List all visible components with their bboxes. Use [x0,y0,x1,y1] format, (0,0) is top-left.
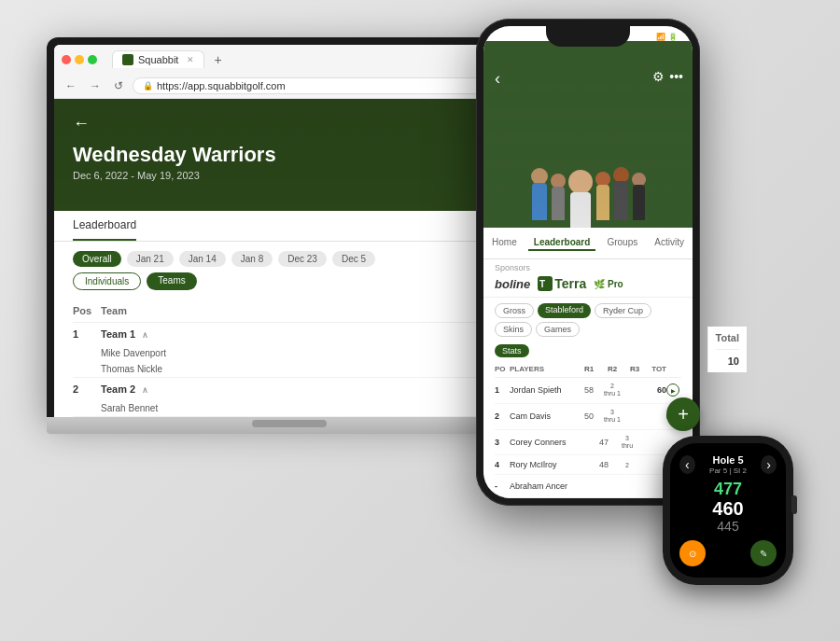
nav-activity[interactable]: Activity [649,235,690,251]
leaderboard-tab[interactable]: Leaderboard [73,211,136,241]
lock-icon: 🔒 [143,81,153,91]
filter-overall[interactable]: Overall [73,251,121,267]
r1-cam: 50 [579,411,599,421]
watch-next-button[interactable]: › [761,455,777,474]
team-row-1[interactable]: 1 Team 1 ∧ [73,323,506,345]
measure-icon: ⊙ [689,549,696,559]
app-title: Wednesday Warriors [73,143,506,167]
nav-groups[interactable]: Groups [601,235,643,251]
watch-hole-label: Hole 5 Par 5 | SI 2 [709,454,747,475]
phone-outer: 11:51 📶 🔋 [476,19,700,506]
filter-gross[interactable]: Gross [495,303,534,318]
maximize-button[interactable] [88,55,97,64]
url-bar[interactable]: 🔒 https://app.squabbitgolf.com [133,77,517,94]
hole-title: Hole 5 [709,454,747,466]
filter-dec23[interactable]: Dec 23 [278,251,327,267]
laptop-base [47,417,532,434]
score-type-filters: Gross Stableford Ryder Cup Skins Games [483,298,693,341]
filter-skins[interactable]: Skins [495,322,532,337]
player-row-jordan[interactable]: 1 Jordan Spieth 58 2thru 1 60 ▶ [495,378,681,404]
filter-jan14[interactable]: Jan 14 [179,251,226,267]
nav-leaderboard[interactable]: Leaderboard [528,235,596,251]
player-row-2: Thomas Nickle [73,361,506,377]
filter-games[interactable]: Games [536,322,580,337]
player-name-2: Thomas Nickle [101,364,162,374]
back-nav-button[interactable]: ← [62,77,80,94]
player-row-1: Mike Davenport [73,345,506,361]
col-players: PLAYERS [510,365,579,373]
r2-corey: 3thru [614,435,640,451]
watch-prev-button[interactable]: ‹ [679,455,695,474]
pos-rory: 4 [495,460,510,469]
leaderboard-table: Pos Team Total 1 Team 1 ∧ Mike Davenport [54,300,525,417]
watch-screen: ‹ Hole 5 Par 5 | SI 2 › 477 460 445 ⊙ [670,443,786,578]
stats-filter-row: Stats [483,341,693,361]
filter-individuals[interactable]: Individuals [73,272,141,290]
name-abraham: Abraham Ancer [510,481,579,491]
col-r3: R3 [625,365,644,373]
app-back-button[interactable]: ← [73,114,506,133]
tab-favicon [122,54,133,65]
name-rory: Rory McIlroy [510,460,594,469]
browser-tab[interactable]: Squabbit ✕ [112,50,204,68]
close-button[interactable] [62,55,71,64]
battery-icon: 🔋 [668,33,678,41]
watch-edit-button[interactable]: ✎ [750,540,777,566]
browser-nav: ← → ↺ 🔒 https://app.squabbitgolf.com [54,74,525,98]
phone-more-button[interactable]: ••• [669,69,683,84]
team-row-2[interactable]: 2 Team 2 ∧ [73,378,506,400]
filter-stats[interactable]: Stats [495,344,529,357]
phone-container: 11:51 📶 🔋 [476,19,700,506]
phone-back-button[interactable]: ‹ [495,69,500,89]
team-name-2: Team 2 ∧ [101,383,506,395]
tot-jordan: 60 [644,385,666,395]
nav-home[interactable]: Home [486,235,523,251]
filter-dec5[interactable]: Dec 5 [332,251,375,267]
name-corey: Corey Conners [510,438,594,447]
browser-chrome: Squabbit ✕ + ← → ↺ 🔒 https://app.squabbi… [54,45,525,99]
minimize-button[interactable] [75,55,84,64]
play-circle-jordan[interactable]: ▶ [666,383,679,397]
wifi-icon: 📶 [656,33,665,41]
filter-teams[interactable]: Teams [147,272,196,290]
col-header-pos: Pos [73,305,101,316]
table-row-2: 2 Team 2 ∧ Sarah Bennet [73,378,506,417]
phone-settings-button[interactable]: ⚙ [652,69,665,84]
forward-nav-button[interactable]: → [86,77,105,94]
filter-jan8[interactable]: Jan 8 [231,251,273,267]
player-row-cam[interactable]: 2 Cam Davis 50 3thru 1 ▶ [495,404,681,430]
app-header: ← Wednesday Warriors Dec 6, 2022 - May 1… [54,99,525,211]
filter-ryder-cup[interactable]: Ryder Cup [595,303,651,318]
player-name-1: Mike Davenport [101,348,166,358]
player-row-rory[interactable]: 4 Rory McIlroy 48 2 [495,455,681,475]
traffic-lights [62,55,97,64]
col-r2: R2 [599,365,625,373]
pos-1: 1 [73,328,101,340]
tab-label: Squabbit [138,54,178,65]
sponsors-label: Sponsors [483,259,693,274]
r2-cam: 3thru 1 [599,409,625,425]
leaderboard-tabs: Leaderboard [54,211,525,242]
watch-distance-top: 477 [679,481,777,497]
player-row-corey[interactable]: 3 Corey Conners 47 3thru [495,430,681,456]
filter-stableford[interactable]: Stableford [538,303,591,318]
url-text: https://app.squabbitgolf.com [157,80,286,91]
player-row-abraham[interactable]: - Abraham Ancer ▶ [495,475,681,498]
laptop: Squabbit ✕ + ← → ↺ 🔒 https://app.squabbi… [47,37,532,434]
total-header: Total [716,327,739,350]
laptop-screen-inner: Squabbit ✕ + ← → ↺ 🔒 https://app.squabbi… [54,45,525,417]
pos-corey: 3 [495,438,510,447]
col-action [666,365,681,373]
tab-close-icon[interactable]: ✕ [187,55,194,64]
play-icon-jordan[interactable]: ▶ [666,383,681,397]
pos-cam: 2 [495,411,510,421]
sponsor-terra: T Terra [538,276,586,291]
filter-jan21[interactable]: Jan 21 [127,251,174,267]
col-po: PO [495,365,510,373]
new-tab-button[interactable]: + [214,52,221,67]
watch-measure-button[interactable]: ⊙ [679,540,706,566]
terra-logo-icon: T [538,276,553,291]
refresh-nav-button[interactable]: ↺ [110,77,127,94]
player-row-3: Sarah Bennet [73,400,506,416]
col-r1: R1 [579,365,599,373]
